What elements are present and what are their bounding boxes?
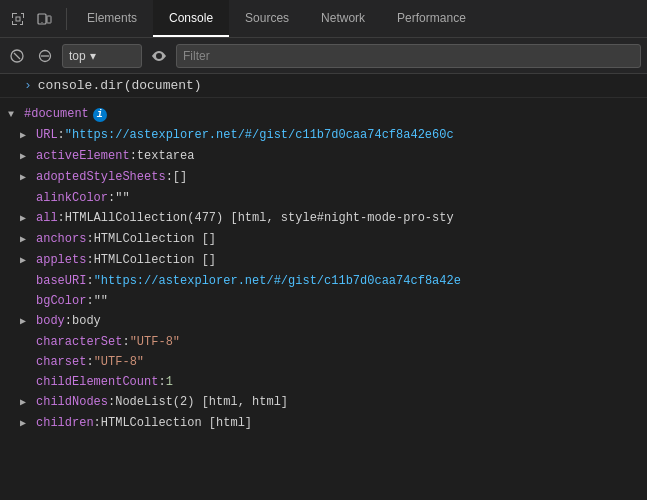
row-value: NodeList(2) [html, html] — [115, 393, 288, 411]
tab-performance[interactable]: Performance — [381, 0, 482, 37]
console-command: console.dir(document) — [38, 78, 202, 93]
tab-navigation: Elements Console Sources Network Perform… — [71, 0, 482, 37]
svg-point-3 — [41, 21, 42, 22]
context-selector[interactable]: top ▾ — [62, 44, 142, 68]
tree-row: childNodes: NodeList(2) [html, html] — [0, 392, 647, 413]
block-icon[interactable] — [34, 45, 56, 67]
toolbar-divider — [66, 8, 67, 30]
svg-rect-2 — [47, 16, 51, 23]
row-key: charset — [36, 353, 86, 371]
svg-rect-0 — [16, 17, 20, 21]
row-sep: : — [108, 393, 115, 411]
row-value: "" — [94, 292, 108, 310]
document-label: #document — [24, 105, 89, 123]
row-sep: : — [65, 312, 72, 330]
row-key: characterSet — [36, 333, 122, 351]
tree-row: adoptedStyleSheets: [] — [0, 167, 647, 188]
info-badge[interactable]: i — [93, 108, 107, 122]
row-value: "UTF-8" — [94, 353, 144, 371]
row-value: textarea — [137, 147, 195, 165]
row-key: body — [36, 312, 65, 330]
row-sep: : — [86, 353, 93, 371]
row-toggle[interactable] — [20, 231, 34, 249]
row-value: HTMLCollection [] — [94, 251, 216, 269]
tab-elements[interactable]: Elements — [71, 0, 153, 37]
tree-row: characterSet: "UTF-8" — [0, 332, 647, 352]
row-key: alinkColor — [36, 189, 108, 207]
row-key: adoptedStyleSheets — [36, 168, 166, 186]
tree-row: URL: "https://astexplorer.net/#/gist/c11… — [0, 125, 647, 146]
row-key: applets — [36, 251, 86, 269]
row-toggle[interactable] — [20, 313, 34, 331]
console-prompt: › — [24, 78, 32, 93]
tab-network[interactable]: Network — [305, 0, 381, 37]
row-value: 1 — [166, 373, 173, 391]
tab-sources[interactable]: Sources — [229, 0, 305, 37]
tree-row: activeElement: textarea — [0, 146, 647, 167]
row-key: childElementCount — [36, 373, 158, 391]
row-value: "https://astexplorer.net/#/gist/c11b7d0c… — [65, 126, 454, 144]
row-toggle[interactable] — [20, 394, 34, 412]
row-sep: : — [58, 209, 65, 227]
row-key: anchors — [36, 230, 86, 248]
device-icon[interactable] — [34, 9, 54, 29]
row-value: "UTF-8" — [130, 333, 180, 351]
row-value: "" — [115, 189, 129, 207]
row-sep: : — [86, 251, 93, 269]
row-key: childNodes — [36, 393, 108, 411]
row-sep: : — [122, 333, 129, 351]
console-output: › console.dir(document) #document i URL:… — [0, 74, 647, 500]
tree-row: charset: "UTF-8" — [0, 352, 647, 372]
row-sep: : — [130, 147, 137, 165]
tree-rows-container: URL: "https://astexplorer.net/#/gist/c11… — [0, 125, 647, 434]
svg-line-5 — [14, 53, 20, 59]
row-value: HTMLCollection [] — [94, 230, 216, 248]
row-key: bgColor — [36, 292, 86, 310]
tree-row: children: HTMLCollection [html] — [0, 413, 647, 434]
tab-console[interactable]: Console — [153, 0, 229, 37]
clear-console-icon[interactable] — [6, 45, 28, 67]
row-value: body — [72, 312, 101, 330]
row-value: "https://astexplorer.net/#/gist/c11b7d0c… — [94, 272, 461, 290]
console-toolbar: top ▾ — [0, 38, 647, 74]
row-key: activeElement — [36, 147, 130, 165]
row-sep: : — [58, 126, 65, 144]
row-key: children — [36, 414, 94, 432]
tree-row: all: HTMLAllCollection(477) [html, style… — [0, 208, 647, 229]
document-root-row: #document i — [0, 104, 647, 125]
row-toggle[interactable] — [20, 252, 34, 270]
row-value: [] — [173, 168, 187, 186]
inspect-icon[interactable] — [8, 9, 28, 29]
tree-row: alinkColor: "" — [0, 188, 647, 208]
row-sep: : — [94, 414, 101, 432]
row-sep: : — [108, 189, 115, 207]
chevron-down-icon: ▾ — [90, 49, 96, 63]
context-value: top — [69, 49, 86, 63]
row-toggle[interactable] — [20, 415, 34, 433]
document-tree: #document i URL: "https://astexplorer.ne… — [0, 98, 647, 440]
row-key: URL — [36, 126, 58, 144]
row-sep: : — [166, 168, 173, 186]
row-value: HTMLAllCollection(477) [html, style#nigh… — [65, 209, 454, 227]
tree-row: anchors: HTMLCollection [] — [0, 229, 647, 250]
tree-row: bgColor: "" — [0, 291, 647, 311]
tree-row: applets: HTMLCollection [] — [0, 250, 647, 271]
row-toggle[interactable] — [20, 210, 34, 228]
row-toggle[interactable] — [20, 148, 34, 166]
console-input-row: › console.dir(document) — [0, 74, 647, 98]
tree-row: baseURI: "https://astexplorer.net/#/gist… — [0, 271, 647, 291]
row-sep: : — [86, 230, 93, 248]
tree-row: childElementCount: 1 — [0, 372, 647, 392]
svg-point-8 — [158, 54, 161, 57]
devtools-toolbar: Elements Console Sources Network Perform… — [0, 0, 647, 38]
row-sep: : — [158, 373, 165, 391]
row-toggle[interactable] — [20, 127, 34, 145]
tree-row: body: body — [0, 311, 647, 332]
row-value: HTMLCollection [html] — [101, 414, 252, 432]
row-sep: : — [86, 272, 93, 290]
row-sep: : — [86, 292, 93, 310]
eye-icon[interactable] — [148, 45, 170, 67]
filter-input[interactable] — [176, 44, 641, 68]
doc-toggle[interactable] — [8, 106, 22, 124]
row-toggle[interactable] — [20, 169, 34, 187]
